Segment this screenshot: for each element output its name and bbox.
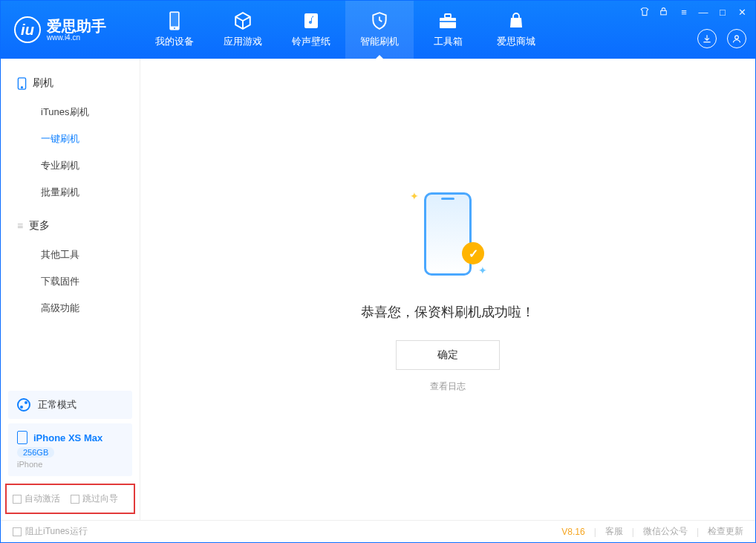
toolbox-icon xyxy=(438,11,457,30)
success-illustration: ✦ ✓ ✦ xyxy=(400,186,496,282)
header: ≡ — □ ✕ iu 爱思助手 www.i4.cn 我的设备 应用游戏 铃声壁纸 xyxy=(1,1,755,59)
sidebar-item-pro[interactable]: 专业刷机 xyxy=(1,152,140,179)
sidebar: 刷机 iTunes刷机 一键刷机 专业刷机 批量刷机 ≡ 更多 其他工具 下载固… xyxy=(1,59,140,520)
footer-link-support[interactable]: 客服 xyxy=(605,525,623,538)
brand-url: www.i4.cn xyxy=(47,33,106,42)
sidebar-item-batch[interactable]: 批量刷机 xyxy=(1,179,140,206)
shirt-icon[interactable] xyxy=(639,7,651,18)
check-icon: ✓ xyxy=(462,242,484,264)
body: 刷机 iTunes刷机 一键刷机 专业刷机 批量刷机 ≡ 更多 其他工具 下载固… xyxy=(1,59,755,520)
sidebar-group-flash: 刷机 xyxy=(1,72,140,94)
svg-rect-7 xyxy=(440,21,456,22)
tab-ringtone[interactable]: 铃声壁纸 xyxy=(277,1,345,59)
sidebar-item-itunes[interactable]: iTunes刷机 xyxy=(1,99,140,126)
option-row: 自动激活 跳过向导 xyxy=(5,484,135,514)
main-panel: ✦ ✓ ✦ 恭喜您，保资料刷机成功啦！ 确定 查看日志 xyxy=(140,59,755,520)
device-icon xyxy=(17,431,27,444)
cube-icon xyxy=(233,11,252,30)
logo: iu 爱思助手 www.i4.cn xyxy=(1,16,140,43)
sidebar-group-more: ≡ 更多 xyxy=(1,215,140,237)
device-name: iPhone XS Max xyxy=(33,432,102,443)
phone-outline-icon xyxy=(17,77,27,90)
ok-button[interactable]: 确定 xyxy=(396,340,500,370)
window-controls: ≡ — □ ✕ xyxy=(639,7,748,18)
block-itunes-checkbox[interactable]: 阻止iTunes运行 xyxy=(13,525,88,538)
menu-lines-icon: ≡ xyxy=(17,220,23,232)
svg-point-3 xyxy=(174,27,175,29)
menu-icon[interactable]: ≡ xyxy=(678,7,690,18)
app-window: ≡ — □ ✕ iu 爱思助手 www.i4.cn 我的设备 应用游戏 铃声壁纸 xyxy=(0,0,756,543)
svg-rect-5 xyxy=(440,18,456,28)
lock-icon[interactable] xyxy=(659,7,671,18)
maximize-icon[interactable]: □ xyxy=(717,7,729,18)
device-tile[interactable]: iPhone XS Max 256GB iPhone xyxy=(8,423,132,476)
sidebar-item-advanced[interactable]: 高级功能 xyxy=(1,295,140,322)
tab-device[interactable]: 我的设备 xyxy=(140,1,209,59)
footer-link-update[interactable]: 检查更新 xyxy=(708,525,743,538)
storage-badge: 256GB xyxy=(17,447,54,458)
mode-icon xyxy=(17,398,30,412)
tab-flash[interactable]: 智能刷机 xyxy=(345,1,414,59)
mode-tile[interactable]: 正常模式 xyxy=(8,391,132,419)
shield-icon xyxy=(370,11,389,30)
tab-store[interactable]: 爱思商城 xyxy=(482,1,550,59)
close-icon[interactable]: ✕ xyxy=(736,7,748,18)
note-icon xyxy=(302,11,321,30)
auto-activate-checkbox[interactable]: 自动激活 xyxy=(13,492,60,505)
sidebar-bottom: 正常模式 iPhone XS Max 256GB iPhone 自动激活 跳过向… xyxy=(1,386,140,520)
version-label: V8.16 xyxy=(561,527,584,537)
sidebar-item-oneclick[interactable]: 一键刷机 xyxy=(1,126,140,152)
footer-link-wechat[interactable]: 微信公众号 xyxy=(643,525,688,538)
logo-icon: iu xyxy=(14,16,41,43)
sidebar-item-firmware[interactable]: 下载固件 xyxy=(1,268,140,295)
bag-icon xyxy=(506,11,526,30)
device-type: iPhone xyxy=(17,460,123,469)
sparkle-icon: ✦ xyxy=(410,190,419,202)
svg-rect-2 xyxy=(171,13,178,26)
sparkle-icon: ✦ xyxy=(478,264,487,276)
sidebar-item-other[interactable]: 其他工具 xyxy=(1,241,140,268)
header-right xyxy=(697,29,746,48)
phone-graphic xyxy=(424,192,472,276)
view-log-link[interactable]: 查看日志 xyxy=(430,380,466,393)
download-icon[interactable] xyxy=(697,29,717,48)
svg-point-8 xyxy=(735,36,739,39)
svg-point-10 xyxy=(22,86,23,88)
tab-apps[interactable]: 应用游戏 xyxy=(209,1,277,59)
header-tabs: 我的设备 应用游戏 铃声壁纸 智能刷机 工具箱 爱思商城 xyxy=(140,1,550,59)
phone-icon xyxy=(165,11,184,30)
success-message: 恭喜您，保资料刷机成功啦！ xyxy=(361,303,535,321)
brand-name: 爱思助手 xyxy=(47,19,106,33)
user-icon[interactable] xyxy=(727,29,746,48)
minimize-icon[interactable]: — xyxy=(697,7,709,18)
footer: 阻止iTunes运行 V8.16 | 客服 | 微信公众号 | 检查更新 xyxy=(1,520,755,542)
tab-tools[interactable]: 工具箱 xyxy=(414,1,482,59)
skip-guide-checkbox[interactable]: 跳过向导 xyxy=(71,492,118,505)
svg-rect-0 xyxy=(661,10,667,14)
svg-rect-6 xyxy=(445,14,451,18)
